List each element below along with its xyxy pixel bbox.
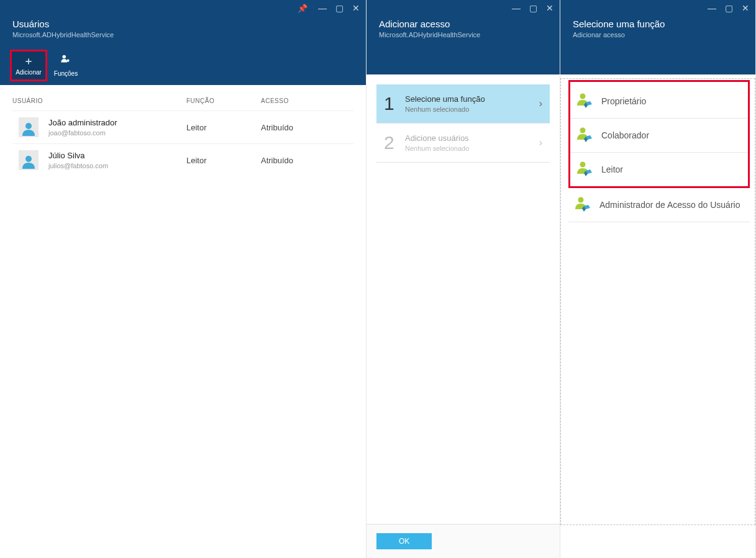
- role-icon: [575, 93, 594, 109]
- step-title: Adicione usuários: [405, 133, 539, 143]
- blade-footer: OK: [367, 524, 560, 558]
- access-cell: Atribuído: [261, 123, 353, 132]
- avatar: [19, 117, 39, 137]
- svg-point-5: [66, 59, 69, 61]
- step-subtitle: Nenhum selecionado: [405, 106, 539, 113]
- access-cell: Atribuído: [261, 156, 353, 165]
- window-controls: — ▢ ✕: [708, 4, 749, 12]
- col-header-access: ACESSO: [261, 97, 353, 104]
- user-cell: Júlio Silva julios@fabtoso.com: [12, 150, 186, 170]
- role-label: Administrador de Acesso do Usuário: [599, 200, 740, 210]
- blade-header: 📌 — ▢ ✕ Usuários Microsoft.ADHybridHealt…: [0, 0, 366, 85]
- role-item-reader[interactable]: Leitor: [570, 153, 748, 186]
- add-button[interactable]: ＋ Adicionar: [10, 50, 47, 81]
- maximize-icon[interactable]: ▢: [529, 4, 537, 12]
- step-add-users[interactable]: 2 Adicione usuários Nenhum selecionado ›: [376, 124, 550, 163]
- blade-subtitle: Microsoft.ADHybridHealthService: [12, 31, 353, 38]
- roles-button-label: Funções: [54, 70, 78, 77]
- roles-icon: [60, 55, 71, 68]
- roles-button[interactable]: Funções: [47, 50, 84, 81]
- chevron-right-icon: ›: [539, 137, 542, 148]
- role-item-contributor[interactable]: Colaborador: [570, 119, 748, 153]
- table-row[interactable]: Júlio Silva julios@fabtoso.com Leitor At…: [12, 143, 353, 176]
- step-texts: Adicione usuários Nenhum selecionado: [405, 133, 539, 152]
- close-icon[interactable]: ✕: [352, 4, 360, 12]
- blade-title: Selecione uma função: [573, 19, 743, 29]
- window-controls: — ▢ ✕: [318, 4, 360, 12]
- role-cell: Leitor: [186, 123, 261, 132]
- pin-icon[interactable]: 📌: [298, 4, 307, 13]
- close-icon[interactable]: ✕: [742, 4, 749, 12]
- role-frame: Proprietário Colaborador Leitor Administ…: [560, 78, 755, 525]
- users-blade: 📌 — ▢ ✕ Usuários Microsoft.ADHybridHealt…: [0, 0, 367, 558]
- role-cell: Leitor: [186, 156, 261, 165]
- blade-header: — ▢ ✕ Adicionar acesso Microsoft.ADHybri…: [367, 0, 560, 74]
- users-table: USUÁRIO FUNÇÃO ACESSO João administrador…: [0, 85, 366, 176]
- role-item-user-access-admin[interactable]: Administrador de Acesso do Usuário: [568, 188, 750, 222]
- select-role-body: Proprietário Colaborador Leitor Administ…: [560, 74, 755, 558]
- role-item-owner[interactable]: Proprietário: [570, 84, 748, 119]
- minimize-icon[interactable]: —: [512, 4, 521, 12]
- add-button-label: Adicionar: [16, 69, 42, 76]
- col-header-user: USUÁRIO: [12, 97, 186, 104]
- step-subtitle: Nenhum selecionado: [405, 145, 539, 152]
- toolbar: ＋ Adicionar Funções: [0, 46, 366, 85]
- step-texts: Selecione uma função Nenhum selecionado: [405, 94, 539, 113]
- ok-button[interactable]: OK: [376, 533, 432, 549]
- table-row[interactable]: João administrador joao@fabtoso.com Leit…: [12, 110, 353, 143]
- add-access-body: 1 Selecione uma função Nenhum selecionad…: [367, 74, 560, 524]
- maximize-icon[interactable]: ▢: [335, 4, 344, 12]
- user-name: João administrador: [48, 118, 117, 127]
- user-cell: João administrador joao@fabtoso.com: [12, 117, 186, 137]
- close-icon[interactable]: ✕: [546, 4, 553, 12]
- step-number: 1: [384, 93, 405, 114]
- role-icon: [575, 127, 594, 143]
- blade-title: Usuários: [12, 19, 353, 29]
- chevron-right-icon: ›: [539, 98, 542, 109]
- select-role-blade: — ▢ ✕ Selecione uma função Adicionar ace…: [560, 0, 756, 558]
- role-icon: [573, 197, 592, 213]
- add-access-blade: — ▢ ✕ Adicionar acesso Microsoft.ADHybri…: [367, 0, 560, 558]
- users-body: USUÁRIO FUNÇÃO ACESSO João administrador…: [0, 85, 366, 558]
- minimize-icon[interactable]: —: [318, 4, 327, 12]
- role-highlight-group: Proprietário Colaborador Leitor: [568, 80, 750, 188]
- steps-area: 1 Selecione uma função Nenhum selecionad…: [367, 74, 560, 163]
- avatar: [19, 150, 39, 170]
- role-label: Proprietário: [601, 96, 646, 106]
- blade-header: — ▢ ✕ Selecione uma função Adicionar ace…: [560, 0, 755, 74]
- user-email: julios@fabtoso.com: [48, 162, 108, 169]
- role-label: Colaborador: [601, 130, 649, 140]
- blade-subtitle: Adicionar acesso: [573, 31, 743, 38]
- role-label: Leitor: [601, 164, 623, 174]
- minimize-icon[interactable]: —: [708, 4, 716, 12]
- blade-title: Adicionar acesso: [379, 19, 547, 29]
- plus-icon: ＋: [23, 55, 34, 66]
- svg-point-4: [62, 55, 66, 58]
- step-select-role[interactable]: 1 Selecione uma função Nenhum selecionad…: [376, 84, 550, 124]
- role-icon: [575, 161, 594, 178]
- col-header-role: FUNÇÃO: [186, 97, 261, 104]
- maximize-icon[interactable]: ▢: [725, 4, 733, 12]
- window-controls: — ▢ ✕: [512, 4, 553, 12]
- table-header-row: USUÁRIO FUNÇÃO ACESSO: [12, 97, 353, 110]
- blade-subtitle: Microsoft.ADHybridHealthService: [379, 31, 547, 38]
- user-name: Júlio Silva: [48, 151, 108, 160]
- user-email: joao@fabtoso.com: [48, 129, 117, 137]
- step-number: 2: [384, 132, 405, 153]
- step-title: Selecione uma função: [405, 94, 539, 104]
